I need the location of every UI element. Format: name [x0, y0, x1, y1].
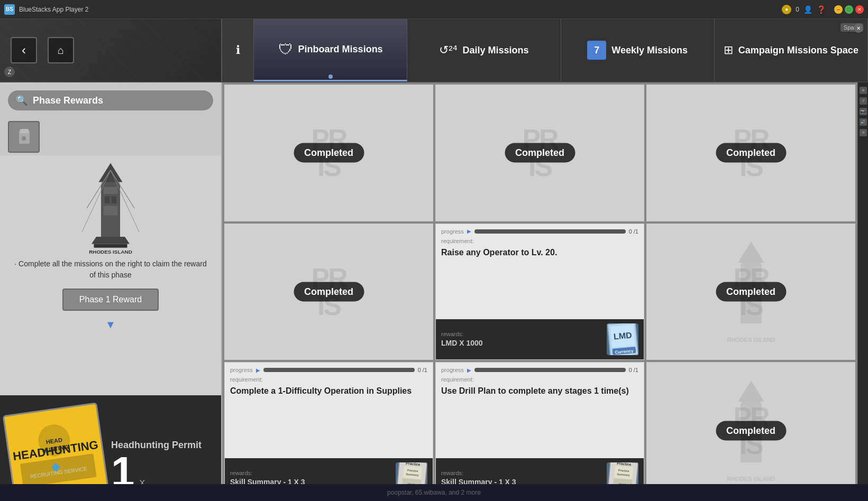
campaign-tab-label: Campaign Missions Space: [738, 45, 858, 56]
mission-card-6[interactable]: RHODES ISLAND PR IS Completed: [646, 224, 855, 360]
pinboard-tab-label: Pinboard Missions: [298, 44, 383, 55]
left-panel: 🔍 Phase Rewards: [0, 82, 222, 501]
minimize-button[interactable]: ─: [834, 5, 843, 14]
phase-icon-area: [0, 118, 221, 155]
bs-tool-1[interactable]: ⊕: [860, 87, 867, 94]
mission-8-progress-bar: [474, 368, 626, 372]
mission-card-8[interactable]: progress ▶ 0 /1 requirement: Use Drill P…: [435, 362, 644, 499]
mission-8-progress-label: progress: [441, 367, 464, 373]
top-nav: ‹ ⌂ Z ℹ 🛡 Pinboard Missions ↺²⁴ Daily Mi…: [0, 19, 868, 82]
gold-icon: ●: [782, 5, 791, 14]
mission-7-progress-section: progress ▶ 0 /1: [225, 363, 433, 375]
tab-weekly[interactable]: 7 Weekly Missions: [561, 19, 715, 81]
mission-5-progress-label: progress: [441, 228, 464, 235]
pinboard-tab-icon: 🛡: [278, 41, 293, 58]
svg-text:RHODES ISLAND: RHODES ISLAND: [89, 249, 132, 255]
help-icon: ❓: [817, 5, 826, 14]
lmd-card: LMD Currency: [607, 323, 638, 355]
completed-badge-2: Completed: [505, 143, 575, 163]
mission-5-progress-bar: [474, 229, 626, 234]
svg-text:RHODES ISLAND: RHODES ISLAND: [727, 337, 775, 343]
z-badge: Z: [4, 67, 15, 77]
mission-5-reward-text: LMD X 1000: [441, 339, 483, 347]
tab-pinboard[interactable]: 🛡 Pinboard Missions: [254, 19, 407, 81]
maximize-button[interactable]: □: [845, 5, 853, 14]
tab-nav: ℹ 🛡 Pinboard Missions ↺²⁴ Daily Missions…: [222, 19, 868, 81]
search-icon: 🔍: [16, 95, 28, 106]
completed-badge-1: Completed: [294, 143, 364, 163]
info-button[interactable]: ℹ: [222, 19, 254, 81]
mission-7-play-icon: ▶: [256, 367, 260, 373]
main-content: ‹ ⌂ Z ℹ 🛡 Pinboard Missions ↺²⁴ Daily Mi…: [0, 19, 868, 501]
tab-daily[interactable]: ↺²⁴ Daily Missions: [407, 19, 561, 81]
tab-campaign[interactable]: ⊞ Campaign Missions Space Space ✕: [715, 19, 868, 81]
rhodes-island-logo: RHODES ISLAND: [68, 161, 153, 256]
mission-5-progress-count: 0 /1: [629, 228, 638, 235]
close-button[interactable]: ✕: [855, 5, 864, 14]
body-area: 🔍 Phase Rewards: [0, 82, 868, 501]
completed-badge-4: Completed: [294, 282, 364, 301]
mission-8-title: Use Drill Plan to complete any stages 1 …: [436, 384, 644, 401]
mission-7-progress-label: progress: [230, 367, 253, 373]
mission-7-progress-count: 0 /1: [418, 367, 427, 373]
mission-7-rewards-label: rewards:: [230, 470, 305, 476]
svg-rect-6: [105, 197, 109, 204]
mission-8-progress-section: progress ▶ 0 /1: [436, 363, 644, 375]
svg-rect-1: [20, 129, 29, 133]
reward-arrow-icon: ▼: [105, 319, 116, 331]
search-bar[interactable]: 🔍 Phase Rewards: [8, 90, 213, 110]
active-tab-indicator: [328, 75, 333, 79]
mission-card-3[interactable]: PR IS Completed: [646, 85, 855, 221]
daily-tab-label: Daily Missions: [463, 45, 529, 56]
mission-5-requirement-label: requirement:: [436, 237, 644, 245]
gold-count: 0: [796, 6, 799, 13]
back-button[interactable]: ‹: [11, 37, 37, 63]
phase-icon: [8, 121, 40, 153]
mission-7-progress-bar: [263, 368, 415, 372]
phase-description: · Complete all the missions on the right…: [5, 256, 216, 283]
mission-card-5[interactable]: progress ▶ 0 /1 requirement: Raise any O…: [435, 224, 644, 360]
mission-8-requirement-label: requirement:: [436, 375, 644, 384]
user-icon: 👤: [803, 5, 812, 14]
mission-8-rewards-label: rewards:: [441, 470, 516, 476]
bs-tool-2[interactable]: ↺: [860, 97, 867, 105]
bs-tool-5[interactable]: ⚙: [860, 129, 867, 136]
svg-rect-5: [104, 187, 118, 194]
mission-card-9[interactable]: RHODES ISLAND PR IS Completed: [646, 362, 855, 499]
right-grid: PR IS Completed PR IS Completed PR IS: [222, 82, 857, 501]
title-bar: BS BlueStacks App Player 2 ● 0 👤 ❓ ─ □ ✕: [0, 0, 868, 19]
mission-5-reward-info: rewards: LMD X 1000: [441, 331, 483, 348]
bs-tool-4[interactable]: 🔊: [860, 118, 867, 126]
svg-marker-10: [92, 237, 130, 244]
taskbar-text: poopstar, 65.wibawa, and 2 more: [387, 489, 481, 496]
mission-card-4[interactable]: PR IS Completed: [224, 224, 433, 360]
app-icon: BS: [4, 4, 15, 15]
svg-marker-30: [738, 242, 764, 263]
svg-marker-45: [738, 381, 764, 402]
completed-badge-9: Completed: [716, 421, 786, 440]
rhodes-image-area: RHODES ISLAND · Complete all the mission…: [0, 155, 221, 395]
svg-text:HUNTING: HUNTING: [42, 444, 69, 454]
mission-card-1[interactable]: PR IS Completed: [224, 85, 433, 221]
mission-7-title: Complete a 1-Difficulty Operation in Sup…: [225, 384, 433, 401]
bs-tool-3[interactable]: 📷: [860, 108, 867, 115]
campaign-tab-icon: ⊞: [724, 43, 733, 57]
bluestacks-sidebar: ⊕ ↺ 📷 🔊 ⚙: [857, 82, 868, 501]
svg-rect-8: [104, 206, 118, 216]
app-title: BlueStacks App Player 2: [19, 6, 782, 13]
completed-badge-6: Completed: [716, 282, 786, 301]
svg-rect-11: [94, 244, 127, 248]
mission-5-play-icon: ▶: [467, 228, 471, 234]
svg-text:LMD: LMD: [613, 330, 632, 341]
mission-card-2[interactable]: PR IS Completed: [435, 85, 644, 221]
mission-5-rewards-label: rewards:: [441, 331, 483, 337]
mission-8-progress-count: 0 /1: [629, 367, 638, 373]
mission-8-play-icon: ▶: [467, 367, 471, 373]
mission-card-7[interactable]: progress ▶ 0 /1 requirement: Complete a …: [224, 362, 433, 499]
home-button[interactable]: ⌂: [48, 37, 74, 63]
mission-5-title: Raise any Operator to Lv. 20.: [436, 245, 644, 263]
campaign-close-button[interactable]: ✕: [854, 23, 863, 33]
phase-reward-button[interactable]: Phase 1 Reward: [62, 289, 159, 311]
svg-rect-9: [104, 218, 118, 227]
svg-point-2: [22, 136, 26, 141]
